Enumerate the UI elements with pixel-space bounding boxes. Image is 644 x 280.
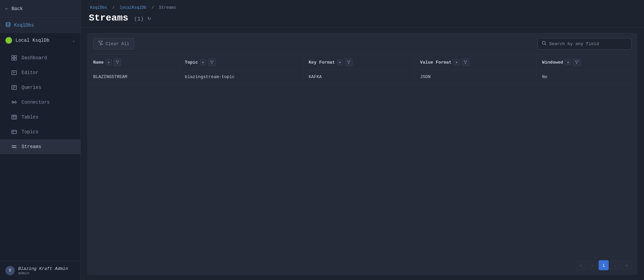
svg-line-28	[545, 44, 546, 45]
sidebar-item-editor[interactable]: Editor	[0, 65, 80, 80]
col-header-windowed: Windowed ⇵	[536, 55, 637, 70]
back-label: Back	[11, 6, 23, 11]
svg-rect-2	[14, 56, 16, 58]
back-arrow-icon: ←	[5, 6, 8, 11]
svg-rect-1	[12, 56, 14, 58]
search-box[interactable]	[537, 38, 632, 49]
filter-clear-icon	[98, 41, 103, 47]
sidebar-item-label: Tables	[22, 114, 38, 120]
clear-all-button[interactable]: Clear All	[93, 38, 134, 49]
dashboard-icon	[11, 55, 17, 61]
topics-icon	[11, 129, 17, 135]
title-row: Streams (1) ↻	[89, 13, 636, 23]
breadcrumb-sep2: /	[151, 5, 154, 10]
sidebar-item-dashboard[interactable]: Dashboard	[0, 50, 80, 65]
cluster-status-dot	[5, 37, 12, 44]
search-input[interactable]	[549, 41, 623, 46]
avatar: B	[5, 266, 15, 275]
cell-key-format: KAFKA	[303, 70, 414, 84]
cluster-selector[interactable]: Local KsqlDb ⌄	[0, 33, 80, 48]
sidebar-nav: Dashboard Editor	[0, 48, 80, 261]
editor-icon	[11, 69, 17, 76]
table-container: Clear All Name	[87, 33, 637, 275]
sidebar: ← Back KsqlDbs Local KsqlDb ⌄	[0, 0, 81, 280]
cell-name: BLAZINGSTREAM	[88, 70, 179, 84]
svg-point-27	[542, 41, 545, 44]
sidebar-item-label: Editor	[22, 70, 38, 75]
breadcrumb-sep1: /	[112, 5, 115, 10]
value-format-sort-icon[interactable]: ⇵	[454, 59, 460, 65]
sidebar-item-streams[interactable]: Streams	[0, 139, 80, 154]
connectors-icon	[11, 99, 17, 106]
streams-table: Name ⇵ Topic	[88, 55, 637, 84]
table-toolbar: Clear All	[88, 33, 637, 55]
pagination-next-button[interactable]: ›	[610, 260, 620, 270]
breadcrumb-part1[interactable]: KsqlDbs	[90, 5, 107, 10]
sidebar-item-label: Dashboard	[22, 55, 47, 61]
pagination: « ‹ 1 › »	[88, 256, 637, 274]
key-format-sort-icon[interactable]: ⇵	[337, 59, 343, 65]
user-role: admin	[18, 271, 68, 275]
name-filter-icon[interactable]	[114, 59, 121, 66]
cell-value-format: JSON	[415, 70, 537, 84]
svg-rect-17	[12, 115, 16, 119]
tables-icon	[11, 114, 17, 120]
pagination-last-button[interactable]: »	[621, 260, 632, 270]
streams-icon	[11, 143, 17, 150]
table-row[interactable]: BLAZINGSTREAM blazingstream-topic KAFKA …	[88, 70, 637, 84]
topic-filter-icon[interactable]	[208, 59, 216, 66]
sidebar-ksqldbs-item[interactable]: KsqlDbs	[0, 18, 80, 33]
svg-rect-5	[12, 71, 16, 75]
col-header-name: Name ⇵	[88, 55, 179, 70]
sidebar-item-connectors[interactable]: Connectors	[0, 95, 80, 110]
main-content: KsqlDbs / localKsqlDb / Streams Streams …	[81, 0, 644, 280]
queries-icon	[11, 84, 17, 91]
sidebar-item-topics[interactable]: Topics	[0, 125, 80, 139]
svg-marker-30	[210, 61, 214, 64]
sidebar-item-label: Streams	[22, 144, 41, 149]
name-sort-icon[interactable]: ⇵	[106, 59, 112, 65]
table-body: BLAZINGSTREAM blazingstream-topic KAFKA …	[88, 70, 637, 84]
sidebar-item-label: Connectors	[22, 100, 50, 105]
svg-point-13	[15, 102, 16, 103]
page-title: Streams (1)	[89, 13, 144, 23]
ksqldbs-icon	[5, 22, 11, 29]
sidebar-item-label: Queries	[22, 85, 41, 90]
svg-rect-3	[12, 58, 14, 60]
data-table: Name ⇵ Topic	[88, 55, 637, 256]
sidebar-item-queries[interactable]: Queries	[0, 80, 80, 95]
pagination-page-1-button[interactable]: 1	[599, 260, 609, 270]
sidebar-item-label: Topics	[22, 129, 38, 135]
svg-marker-32	[464, 61, 467, 64]
breadcrumb-part2[interactable]: localKsqlDb	[120, 5, 146, 10]
windowed-filter-icon[interactable]	[573, 59, 580, 66]
svg-rect-21	[12, 130, 16, 134]
ksqldbs-label: KsqlDbs	[14, 23, 34, 28]
back-button[interactable]: ← Back	[0, 0, 80, 18]
clear-all-label: Clear All	[106, 41, 129, 46]
value-format-filter-icon[interactable]	[462, 59, 469, 66]
svg-point-0	[6, 23, 10, 24]
pagination-first-button[interactable]: «	[576, 260, 586, 270]
svg-marker-33	[575, 61, 578, 64]
cluster-name: Local KsqlDb	[15, 38, 69, 43]
refresh-button[interactable]: ↻	[148, 15, 151, 22]
col-header-key-format: Key Format ⇵	[303, 55, 414, 70]
svg-marker-31	[347, 61, 350, 64]
key-format-filter-icon[interactable]	[345, 59, 352, 66]
user-name: Blazing Kraft Admin	[18, 266, 68, 271]
topic-sort-icon[interactable]: ⇵	[200, 59, 206, 65]
sidebar-footer: B Blazing Kraft Admin admin	[0, 261, 80, 280]
breadcrumb: KsqlDbs / localKsqlDb / Streams	[89, 5, 636, 10]
col-header-value-format: Value Format ⇵	[415, 55, 537, 70]
user-info: Blazing Kraft Admin admin	[18, 266, 68, 275]
page-header: KsqlDbs / localKsqlDb / Streams Streams …	[81, 0, 644, 28]
sidebar-item-tables[interactable]: Tables	[0, 110, 80, 125]
windowed-sort-icon[interactable]: ⇵	[565, 59, 571, 65]
svg-marker-29	[116, 61, 119, 64]
pagination-prev-button[interactable]: ‹	[587, 260, 597, 270]
search-icon	[542, 41, 546, 47]
breadcrumb-part3: Streams	[159, 5, 176, 10]
cell-windowed: No	[536, 70, 637, 84]
cell-topic: blazingstream-topic	[179, 70, 303, 84]
